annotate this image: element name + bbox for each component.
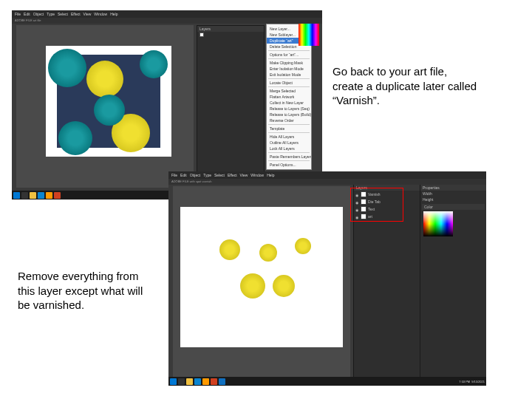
menu-hide-all[interactable]: Hide All Layers bbox=[267, 134, 311, 140]
layer-row-varnish[interactable]: ◉ Varnish bbox=[354, 191, 420, 198]
instruction-text-1: Go back to your art file, create a dupli… bbox=[332, 64, 480, 108]
menu-view[interactable]: View bbox=[240, 173, 248, 177]
menu-merge[interactable]: Merge Selected bbox=[267, 88, 311, 94]
menu-collect[interactable]: Collect in New Layer bbox=[267, 100, 311, 106]
illustrator-icon[interactable] bbox=[46, 192, 52, 199]
layer-thumb bbox=[200, 33, 204, 37]
menu-effect[interactable]: Effect bbox=[228, 173, 237, 177]
layer-name: art bbox=[368, 214, 372, 219]
menu-template[interactable]: Template bbox=[267, 126, 311, 132]
menu-locate[interactable]: Locate Object bbox=[267, 80, 311, 86]
layer-row-art[interactable]: ◉ art bbox=[354, 213, 420, 220]
menu-paste-remembers[interactable]: Paste Remembers Layers bbox=[267, 154, 311, 160]
menu-flatten[interactable]: Flatten Artwork bbox=[267, 94, 311, 100]
visibility-icon[interactable]: ◉ bbox=[355, 215, 359, 219]
prop-row: Height bbox=[420, 197, 486, 202]
powerpoint-icon[interactable] bbox=[54, 192, 61, 199]
layer-thumb bbox=[361, 199, 366, 205]
menu-file[interactable]: File bbox=[171, 173, 177, 177]
menu-type[interactable]: Type bbox=[47, 12, 55, 16]
menu-panel-options[interactable]: Panel Options... bbox=[267, 162, 311, 168]
layers-panel[interactable]: Layers bbox=[197, 25, 265, 188]
menu-help[interactable]: Help bbox=[267, 173, 274, 177]
instruction-text-2: Remove everything from this layer except… bbox=[18, 269, 158, 313]
menu-object[interactable]: Object bbox=[33, 12, 44, 16]
separator bbox=[268, 124, 310, 125]
screenshot-illustrator-2: File Edit Object Type Select Effect View… bbox=[168, 171, 486, 386]
menu-window[interactable]: Window bbox=[250, 173, 264, 177]
menu-lock-all[interactable]: Lock All Layers bbox=[267, 146, 311, 151]
layer-name: Text bbox=[368, 207, 375, 211]
illustrator-icon[interactable] bbox=[202, 378, 209, 385]
menu-select[interactable]: Select bbox=[214, 173, 225, 177]
taskbar: 7:53 PM 9/15/2021 bbox=[168, 377, 486, 386]
panel-tab[interactable]: Layers bbox=[354, 185, 420, 191]
start-icon[interactable] bbox=[170, 378, 177, 385]
layer-name: Die Tab bbox=[368, 200, 381, 204]
explorer-icon[interactable] bbox=[186, 378, 193, 385]
color-panel[interactable]: Color bbox=[420, 202, 486, 239]
menu-isolation[interactable]: Enter Isolation Mode bbox=[267, 66, 311, 72]
menubar: File Edit Object Type Select Effect View… bbox=[168, 171, 486, 179]
layers-panel[interactable]: Layers ◉ Varnish ◉ Die Tab ◉ Text ◉ art bbox=[353, 185, 420, 377]
properties-panel[interactable]: Properties Width Height Color bbox=[420, 185, 486, 377]
panel-tab[interactable]: Color bbox=[422, 204, 485, 210]
color-spectrum[interactable] bbox=[423, 211, 453, 236]
artwork bbox=[191, 216, 332, 338]
layer-row-dietab[interactable]: ◉ Die Tab bbox=[354, 198, 420, 205]
separator bbox=[268, 152, 310, 153]
menu-release-seq[interactable]: Release to Layers (Seq) bbox=[267, 106, 311, 112]
layer-name: Varnish bbox=[368, 192, 381, 197]
browser-icon[interactable] bbox=[38, 192, 44, 199]
start-icon[interactable] bbox=[13, 192, 20, 199]
panel-tab[interactable]: Properties bbox=[420, 185, 486, 191]
canvas[interactable] bbox=[173, 186, 350, 378]
menu-type[interactable]: Type bbox=[203, 173, 211, 177]
color-spectrum[interactable] bbox=[299, 24, 319, 46]
clock: 7:53 PM bbox=[459, 380, 470, 383]
explorer-icon[interactable] bbox=[30, 192, 36, 199]
menubar: File Edit Object Type Select Effect View… bbox=[12, 10, 322, 18]
layer-thumb bbox=[361, 206, 366, 212]
menu-file[interactable]: File bbox=[15, 12, 21, 16]
separator bbox=[268, 78, 310, 79]
artboard bbox=[180, 207, 343, 347]
visibility-icon[interactable]: ◉ bbox=[355, 193, 359, 197]
panel-tab[interactable]: Layers bbox=[197, 26, 264, 32]
date: 9/15/2021 bbox=[471, 380, 485, 383]
menu-view[interactable]: View bbox=[83, 12, 92, 16]
menu-outline-all[interactable]: Outline All Layers bbox=[267, 140, 311, 146]
search-icon[interactable] bbox=[178, 378, 185, 385]
color-panel bbox=[299, 24, 321, 61]
photoshop-icon[interactable] bbox=[219, 378, 225, 385]
circle-shape bbox=[140, 50, 168, 78]
browser-icon[interactable] bbox=[194, 378, 201, 385]
menu-effect[interactable]: Effect bbox=[71, 12, 81, 16]
document-title: ADOBE FILE art file bbox=[12, 18, 322, 24]
menu-exit-isolation[interactable]: Exit Isolation Mode bbox=[267, 72, 311, 78]
menu-edit[interactable]: Edit bbox=[24, 12, 30, 16]
circle-shape bbox=[295, 238, 311, 254]
menu-edit[interactable]: Edit bbox=[180, 173, 187, 177]
layer-thumb bbox=[361, 214, 366, 219]
search-icon[interactable] bbox=[21, 192, 28, 199]
layer-thumb bbox=[361, 191, 366, 197]
visibility-icon[interactable]: ◉ bbox=[355, 208, 359, 211]
separator bbox=[268, 132, 310, 133]
menu-select[interactable]: Select bbox=[58, 12, 68, 16]
menu-release-build[interactable]: Release to Layers (Build) bbox=[267, 112, 311, 117]
powerpoint-icon[interactable] bbox=[211, 378, 217, 385]
prop-row: Width bbox=[420, 191, 486, 197]
menu-clipmask[interactable]: Make Clipping Mask bbox=[267, 60, 311, 66]
menu-object[interactable]: Object bbox=[190, 173, 200, 177]
canvas[interactable] bbox=[16, 25, 194, 188]
menu-reverse[interactable]: Reverse Order bbox=[267, 117, 311, 123]
circle-shape bbox=[240, 273, 265, 299]
prop-label: Width bbox=[423, 191, 432, 196]
menu-window[interactable]: Window bbox=[94, 12, 107, 16]
layer-row-text[interactable]: ◉ Text bbox=[354, 205, 420, 213]
visibility-icon[interactable]: ◉ bbox=[355, 200, 359, 204]
menu-help[interactable]: Help bbox=[110, 12, 117, 16]
document-title: ADOBE FILE with spot varnish bbox=[168, 179, 486, 185]
layer-row[interactable] bbox=[197, 32, 264, 38]
